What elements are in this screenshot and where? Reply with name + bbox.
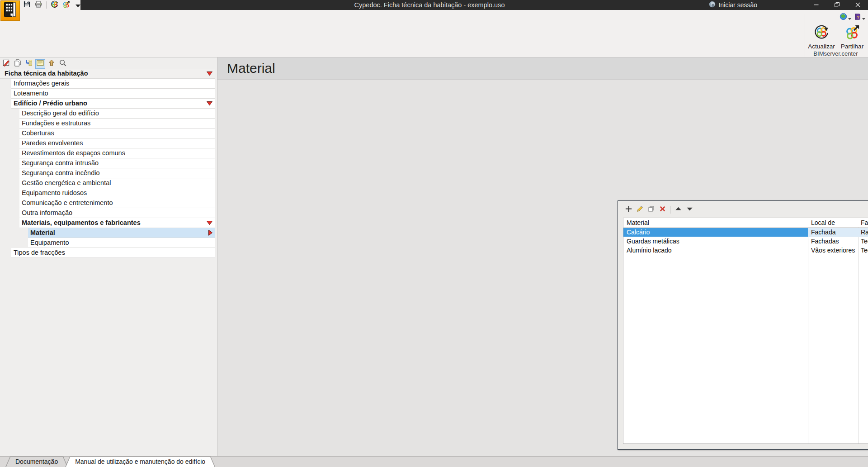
form-card-icon (36, 59, 44, 69)
table-row[interactable]: Guardas metálicasFachadasTecnica, SA (623, 237, 868, 246)
table-body: CalcárioFachadaRamal PedrasGuardas metál… (623, 228, 868, 255)
search-button[interactable] (58, 59, 68, 69)
close-button[interactable] (847, 0, 868, 10)
table-cell: Tecnica, SA (858, 237, 868, 246)
up-level-button[interactable] (47, 59, 57, 69)
tab-manual-de-utiliza-o-e-manuten-o-do-edif-cio[interactable]: Manual de utilização e manutenção do edi… (65, 457, 215, 467)
table-cell: Fachadas (808, 237, 858, 246)
sidebar-item-label: Fundações e estruturas (22, 119, 90, 127)
tree-arrow-down-icon (207, 71, 212, 76)
sidebar-item-seguran-a-contra-inc-ndio[interactable]: Segurança contra incêndio (19, 168, 215, 178)
bimserver-group-label: BIMserver.center (805, 50, 866, 57)
column-header-local-de-aplica-o[interactable]: Local de aplicação (808, 218, 858, 227)
window-title: Cypedoc. Ficha técnica da habitação - ex… (354, 0, 505, 10)
print-icon (35, 1, 42, 10)
partilhar-button[interactable]: Partilhar (839, 24, 866, 50)
sidebar-item-label: Loteamento (14, 90, 48, 97)
add-icon (625, 205, 632, 214)
sidebar-item-funda-es-e-estruturas[interactable]: Fundações e estruturas (19, 119, 215, 129)
delete-button[interactable] (658, 205, 667, 214)
tree-arrow-right-icon (208, 229, 212, 235)
sidebar-item-tipos-de-frac-es[interactable]: Tipos de fracções (11, 248, 215, 258)
move-up-button[interactable] (674, 205, 683, 214)
form-card-button[interactable] (35, 59, 45, 69)
edit-pencil-icon (636, 205, 644, 214)
move-up-icon (675, 205, 682, 214)
sidebar-item-revestimentos-de-espa-os-comuns[interactable]: Revestimentos de espaços comuns (19, 148, 215, 158)
move-down-icon (686, 205, 693, 214)
duplicate-button[interactable] (646, 205, 656, 214)
move-down-button[interactable] (685, 205, 694, 214)
sidebar-item-informa-es-gerais[interactable]: Informações gerais (11, 79, 215, 89)
material-table: MaterialLocal de aplicaçãoFabricante Cal… (623, 218, 868, 444)
sidebar-item-descri-o-geral-do-edif-cio[interactable]: Descrição geral do edifício (19, 109, 215, 119)
sidebar-item-label: Informações gerais (14, 80, 69, 87)
actualizar-button[interactable]: Actualizar (808, 24, 835, 50)
toolbar-separator (670, 206, 670, 214)
table-cell: Guardas metálicas (623, 237, 808, 246)
sidebar-item-coberturas[interactable]: Coberturas (19, 129, 215, 138)
bim-share-lg-icon (844, 24, 860, 42)
table-cell: Ramal Pedras (858, 228, 868, 237)
bimserver-group: ActualizarPartilhar BIMserver.center (805, 14, 866, 57)
column-header-fabricante[interactable]: Fabricante (858, 218, 868, 227)
material-list-dialog: MaterialLocal de aplicaçãoFabricante Cal… (618, 200, 868, 450)
dialog-toolbar (624, 204, 694, 215)
titlebar: Cypedoc. Ficha técnica da habitação - ex… (0, 0, 868, 10)
insert-item-button[interactable] (24, 59, 34, 69)
sidebar-toolbar (1, 59, 68, 69)
search-icon (59, 59, 67, 69)
edit-pencil-button[interactable] (635, 205, 644, 214)
sidebar-item-paredes-envolventes[interactable]: Paredes envolventes (19, 138, 215, 148)
ribbon: ? ActualizarPartilhar BIMserver.center (0, 10, 868, 57)
sidebar-item-equipamento[interactable]: Equipamento (28, 238, 215, 248)
sidebar-item-loteamento[interactable]: Loteamento (11, 89, 215, 99)
bim-button-label: Partilhar (841, 43, 863, 50)
table-header-row: MaterialLocal de aplicaçãoFabricante (623, 218, 868, 228)
sidebar-item-label: Coberturas (22, 129, 54, 137)
insert-item-icon (25, 59, 33, 69)
maximize-button[interactable] (826, 0, 847, 10)
sidebar-item-seguran-a-contra-intrus-o[interactable]: Segurança contra intrusão (19, 158, 215, 168)
sidebar-item-label: Ficha técnica da habitação (5, 70, 88, 77)
sidebar-item-equipamento-ruidosos[interactable]: Equipamento ruidosos (19, 188, 215, 198)
sidebar-item-label: Equipamento ruidosos (22, 189, 87, 196)
copy-doc-button[interactable] (13, 59, 23, 69)
sidebar-item-label: Gestão energética e ambiental (22, 179, 111, 186)
tab-label: Documentação (15, 458, 58, 465)
table-row[interactable]: CalcárioFachadaRamal Pedras (623, 228, 868, 237)
sidebar-item-material[interactable]: Material (28, 228, 215, 238)
table-row[interactable]: Alumínio lacadoVãos exterioresTecnica, S… (623, 246, 868, 255)
bim-sync-button[interactable] (49, 0, 59, 10)
caret-down-button[interactable] (73, 0, 83, 10)
bim-update-lg-icon (814, 24, 829, 42)
app-menu-button[interactable] (0, 0, 20, 21)
table-cell: Tecnica, SA (858, 246, 868, 255)
sidebar-item-ficha-t-cnica-da-habita-o[interactable]: Ficha técnica da habitação (0, 69, 215, 79)
minimize-button[interactable] (806, 0, 826, 10)
sidebar-item-outra-informa-o[interactable]: Outra informação (19, 208, 215, 218)
edit-doc-icon (2, 59, 10, 69)
sidebar-item-label: Paredes envolventes (22, 139, 83, 147)
page-title: Material (227, 61, 275, 76)
edit-doc-button[interactable] (1, 59, 11, 69)
bim-button-label: Actualizar (808, 43, 835, 50)
table-cell: Calcário (623, 228, 808, 237)
sidebar-item-label: Comunicação e entretenimento (22, 199, 113, 206)
sidebar-item-materiais-equipamentos-e-fabricantes[interactable]: Materiais, equipamentos e fabricantes (19, 218, 215, 228)
save-button[interactable] (22, 0, 32, 10)
sidebar-item-comunica-o-e-entretenimento[interactable]: Comunicação e entretenimento (19, 198, 215, 208)
bim-share-button[interactable] (61, 0, 71, 10)
duplicate-icon (647, 205, 655, 214)
column-header-material[interactable]: Material (623, 218, 808, 227)
sidebar-item-gest-o-energ-tica-e-ambiental[interactable]: Gestão energética e ambiental (19, 178, 215, 188)
sidebar-item-label: Materiais, equipamentos e fabricantes (22, 219, 141, 226)
sidebar-item-label: Outra informação (22, 209, 72, 216)
tab-documenta-o[interactable]: Documentação (5, 457, 68, 467)
print-button[interactable] (33, 0, 43, 10)
sidebar-item-edif-cio-pr-dio-urbano[interactable]: Edifício / Prédio urbano (11, 99, 215, 109)
copy-doc-icon (14, 59, 22, 69)
add-button[interactable] (624, 205, 633, 214)
delete-icon (659, 205, 666, 214)
sign-in-button[interactable]: Iniciar sessão (709, 0, 757, 10)
